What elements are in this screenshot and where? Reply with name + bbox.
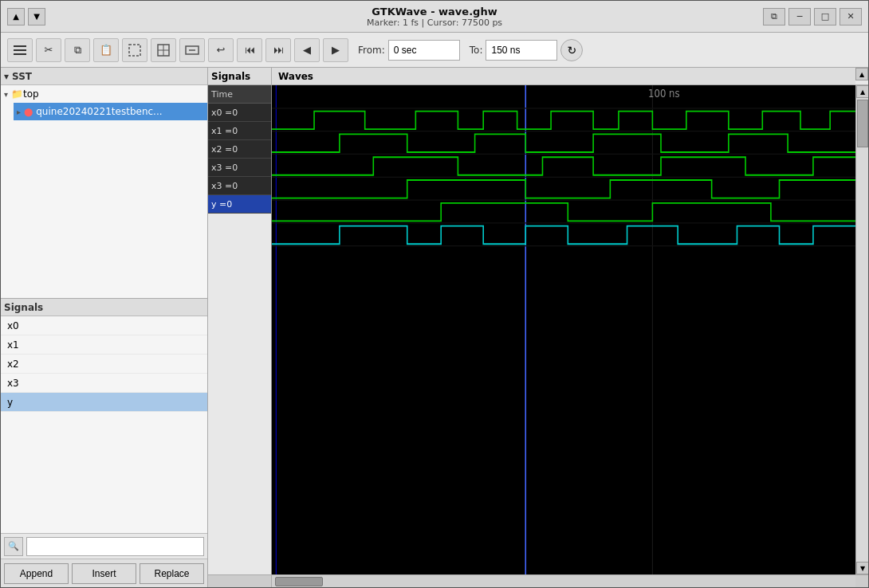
wave-label-x1: x1 =0 xyxy=(208,122,271,140)
insert-button[interactable]: Insert xyxy=(72,563,136,584)
wave-header-row: Signals Waves ▲ xyxy=(208,68,868,85)
horiz-scrollbar-thumb[interactable] xyxy=(275,577,323,586)
refresh-button[interactable]: ↻ xyxy=(560,39,583,61)
scroll-corner-right xyxy=(855,575,868,587)
title-bar-left: ▲ ▼ xyxy=(7,8,45,25)
vert-scroll-top[interactable]: ▲ xyxy=(855,68,868,80)
sst-title: SST xyxy=(12,71,32,82)
wave-label-y: y =0 xyxy=(208,195,271,214)
component-icon-quine: ⬤ xyxy=(24,108,33,116)
maximize-button[interactable]: □ xyxy=(814,8,836,25)
svg-rect-9 xyxy=(272,85,855,574)
signals-header: Signals xyxy=(1,299,207,316)
minimize-button[interactable]: − xyxy=(788,8,811,25)
svg-rect-2 xyxy=(14,53,26,55)
waves-col-label: Waves xyxy=(278,71,313,82)
window-subtitle: Marker: 1 fs | Cursor: 77500 ps xyxy=(367,18,502,28)
zoom-fit-button[interactable] xyxy=(151,38,176,62)
go-prev-button[interactable]: ⏭ xyxy=(265,38,291,62)
wave-canvas[interactable]: 100 ns xyxy=(272,85,855,574)
undo-button[interactable]: ↩ xyxy=(208,38,234,62)
time-label-text: Time xyxy=(211,89,233,100)
toolbar: ✂ ⧉ 📋 ↩ ⏮ ⏭ ◀ ▶ From: To: ↻ xyxy=(1,33,868,68)
signal-label-x3: x3 xyxy=(7,378,19,389)
search-icon: 🔍 xyxy=(4,537,23,556)
signal-item-x2[interactable]: x2 xyxy=(1,355,207,374)
signal-item-x1[interactable]: x1 xyxy=(1,335,207,355)
sst-tree[interactable]: ▾ 📁 top ▸ ⬤ quine20240221testbenc... xyxy=(1,85,207,298)
title-arrow-up[interactable]: ▲ xyxy=(7,8,25,25)
tree-arrow-top: ▾ xyxy=(4,90,8,99)
signal-label-y: y xyxy=(7,397,13,408)
menu-button[interactable] xyxy=(7,38,33,62)
wave-label-x3b: x3 =0 xyxy=(208,177,271,195)
signal-item-x0[interactable]: x0 xyxy=(1,316,207,335)
tree-item-top[interactable]: ▾ 📁 top xyxy=(1,85,207,103)
signal-label-x0: x0 xyxy=(7,320,19,331)
main-area: ▾ SST ▾ 📁 top ▸ ⬤ quine20240221testbenc.… xyxy=(1,68,868,587)
wave-label-x0: x0 =0 xyxy=(208,104,271,122)
svg-text:100 ns: 100 ns xyxy=(648,87,680,100)
signals-buttons: Append Insert Replace xyxy=(1,559,207,587)
signals-list[interactable]: x0 x1 x2 x3 y xyxy=(1,316,207,533)
paste-button[interactable]: 📋 xyxy=(93,38,119,62)
go-back-button[interactable]: ◀ xyxy=(294,38,320,62)
x2-label-text: x2 =0 xyxy=(211,144,238,155)
title-bar-center: GTKWave - wave.ghw Marker: 1 fs | Cursor… xyxy=(367,6,502,28)
waves-col-header: Waves xyxy=(272,68,855,84)
vertical-scrollbar[interactable]: ▲ ▼ xyxy=(855,85,868,574)
horiz-scrollbar-track[interactable] xyxy=(272,575,855,587)
to-label: To: xyxy=(470,45,483,56)
append-button[interactable]: Append xyxy=(4,563,69,584)
title-arrow-down[interactable]: ▼ xyxy=(28,8,45,25)
signal-item-y[interactable]: y xyxy=(1,393,207,412)
copy-button[interactable]: ⧉ xyxy=(65,38,90,62)
signals-search: 🔍 xyxy=(1,533,207,559)
main-window: ▲ ▼ GTKWave - wave.ghw Marker: 1 fs | Cu… xyxy=(0,0,869,588)
zoom-select-button[interactable] xyxy=(179,38,205,62)
from-input[interactable] xyxy=(388,40,460,61)
vert-scroll-thumb[interactable] xyxy=(857,100,868,147)
cut-button[interactable]: ✂ xyxy=(36,38,61,62)
replace-button[interactable]: Replace xyxy=(140,563,204,584)
x3b-label-text: x3 =0 xyxy=(211,181,238,191)
x0-label-text: x0 =0 xyxy=(211,108,238,118)
sst-section: ▾ SST ▾ 📁 top ▸ ⬤ quine20240221testbenc.… xyxy=(1,68,207,299)
from-label: From: xyxy=(358,45,385,56)
tree-item-quine[interactable]: ▸ ⬤ quine20240221testbenc... xyxy=(14,103,207,120)
to-input[interactable] xyxy=(486,40,557,61)
tree-label-top: top xyxy=(23,88,39,100)
wave-label-x3a: x3 =0 xyxy=(208,159,271,177)
y-label-text: y =0 xyxy=(211,199,232,210)
wave-labels-column: Time x0 =0 x1 =0 x2 =0 xyxy=(208,85,272,574)
window-controls: ⧉ − □ ✕ xyxy=(763,8,862,25)
restore-button[interactable]: ⧉ xyxy=(763,8,785,25)
scroll-corner-labels xyxy=(208,575,272,587)
search-input[interactable] xyxy=(26,537,204,556)
title-bar: ▲ ▼ GTKWave - wave.ghw Marker: 1 fs | Cu… xyxy=(1,1,868,33)
sst-chevron: ▾ xyxy=(4,71,9,82)
sst-header: ▾ SST xyxy=(1,68,207,85)
signal-label-x1: x1 xyxy=(7,339,19,351)
wave-content: Time x0 =0 x1 =0 x2 =0 xyxy=(208,85,868,574)
left-panel: ▾ SST ▾ 📁 top ▸ ⬤ quine20240221testbenc.… xyxy=(1,68,208,587)
wave-label-x2: x2 =0 xyxy=(208,140,271,159)
vert-scroll-down[interactable]: ▼ xyxy=(856,562,868,574)
folder-icon-top: 📁 xyxy=(11,88,23,100)
window-title: GTKWave - wave.ghw xyxy=(372,6,497,18)
vert-scroll-track[interactable] xyxy=(856,98,868,562)
svg-rect-0 xyxy=(14,45,26,47)
signals-section: Signals x0 x1 x2 x3 y xyxy=(1,299,207,587)
wave-svg: 100 ns xyxy=(272,85,855,574)
signal-label-x2: x2 xyxy=(7,359,19,370)
signal-item-x3[interactable]: x3 xyxy=(1,374,207,393)
right-panel: Signals Waves ▲ Time x0 =0 xyxy=(208,68,868,587)
vert-scroll-up[interactable]: ▲ xyxy=(856,85,868,98)
select-button[interactable] xyxy=(122,38,147,62)
go-start-button[interactable]: ⏮ xyxy=(237,38,262,62)
go-forward-button[interactable]: ▶ xyxy=(323,38,348,62)
tree-arrow-quine: ▸ xyxy=(17,108,21,116)
close-button[interactable]: ✕ xyxy=(840,8,862,25)
svg-rect-1 xyxy=(14,49,26,51)
x1-label-text: x1 =0 xyxy=(211,126,238,136)
